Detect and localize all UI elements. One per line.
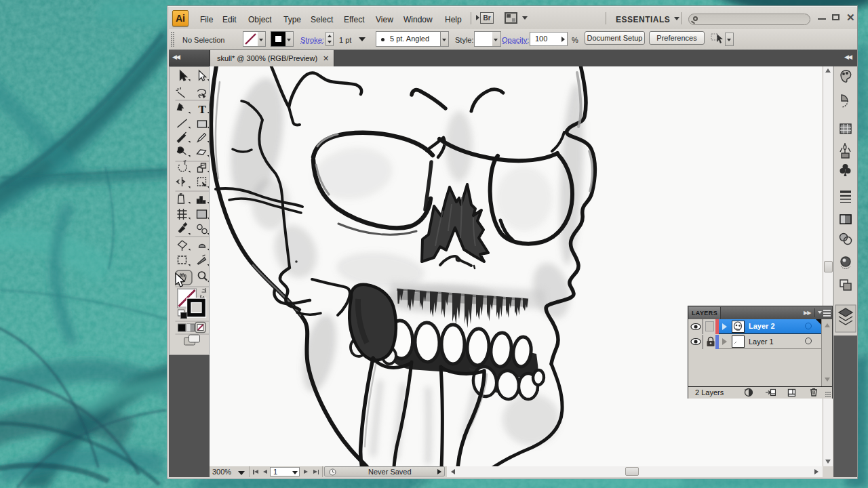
svg-text:T: T	[199, 103, 207, 116]
